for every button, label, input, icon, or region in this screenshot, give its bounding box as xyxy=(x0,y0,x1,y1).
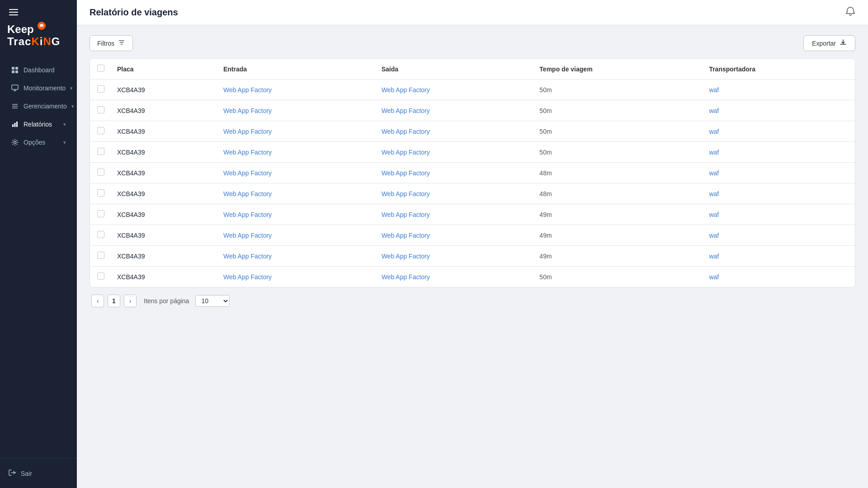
cell-transportadora[interactable]: waf xyxy=(702,142,855,163)
logo-keep: Keep xyxy=(7,23,34,36)
cell-transportadora[interactable]: waf xyxy=(702,246,855,267)
next-page-button[interactable]: › xyxy=(124,295,137,307)
list-icon xyxy=(11,102,19,110)
svg-rect-13 xyxy=(12,124,14,127)
cell-entrada[interactable]: Web App Factory xyxy=(216,225,374,246)
cell-transportadora[interactable]: waf xyxy=(702,183,855,204)
logout-icon xyxy=(8,469,16,478)
svg-rect-6 xyxy=(15,70,18,73)
chevron-down-icon: ▾ xyxy=(71,103,74,109)
cell-transportadora[interactable]: waf xyxy=(702,204,855,225)
sidebar-item-label: Relatórios xyxy=(24,121,52,128)
cell-entrada[interactable]: Web App Factory xyxy=(216,163,374,183)
row-checkbox[interactable] xyxy=(97,210,104,217)
cell-tempo: 49m xyxy=(532,225,702,246)
row-checkbox[interactable] xyxy=(97,189,104,197)
cell-entrada[interactable]: Web App Factory xyxy=(216,246,374,267)
cell-placa: XCB4A39 xyxy=(110,246,216,267)
cell-transportadora[interactable]: waf xyxy=(702,163,855,183)
cell-entrada[interactable]: Web App Factory xyxy=(216,267,374,287)
cell-transportadora[interactable]: waf xyxy=(702,100,855,121)
row-checkbox-cell xyxy=(90,204,110,225)
sidebar-item-opcoes[interactable]: Opções ▾ xyxy=(3,134,74,151)
cell-saida[interactable]: Web App Factory xyxy=(374,267,533,287)
sidebar-item-relatorios[interactable]: Relatórios ▾ xyxy=(3,116,74,133)
cell-transportadora[interactable]: waf xyxy=(702,121,855,142)
cell-saida[interactable]: Web App Factory xyxy=(374,80,533,100)
sidebar-item-label: Dashboard xyxy=(24,66,55,74)
prev-page-button[interactable]: ‹ xyxy=(91,295,104,307)
col-transportadora: Transportadora xyxy=(702,59,855,80)
table-row: XCB4A39 Web App Factory Web App Factory … xyxy=(90,246,855,267)
sidebar-item-label: Gerenciamento xyxy=(24,103,67,110)
sidebar-nav: Dashboard Monitoramento ▾ Gere xyxy=(0,56,77,458)
cell-transportadora[interactable]: waf xyxy=(702,225,855,246)
row-checkbox-cell xyxy=(90,225,110,246)
sidebar-bottom: Sair xyxy=(0,458,77,488)
row-checkbox[interactable] xyxy=(97,127,104,134)
chevron-down-icon: ▾ xyxy=(63,122,66,127)
cell-transportadora[interactable]: waf xyxy=(702,80,855,100)
cell-entrada[interactable]: Web App Factory xyxy=(216,121,374,142)
svg-rect-7 xyxy=(12,85,18,89)
svg-rect-15 xyxy=(16,122,18,127)
cell-entrada[interactable]: Web App Factory xyxy=(216,100,374,121)
cell-saida[interactable]: Web App Factory xyxy=(374,204,533,225)
svg-rect-4 xyxy=(15,67,18,70)
filter-label: Filtros xyxy=(97,40,114,47)
cell-placa: XCB4A39 xyxy=(110,121,216,142)
sidebar-item-gerenciamento[interactable]: Gerenciamento ▾ xyxy=(3,98,74,115)
cell-saida[interactable]: Web App Factory xyxy=(374,121,533,142)
row-checkbox[interactable] xyxy=(97,106,104,113)
notification-bell-icon[interactable] xyxy=(845,6,855,19)
cell-placa: XCB4A39 xyxy=(110,225,216,246)
filter-icon xyxy=(118,39,125,47)
items-per-page-select[interactable]: 102550100 xyxy=(195,295,230,307)
sidebar-item-label: Opções xyxy=(24,139,45,146)
filters-button[interactable]: Filtros xyxy=(90,35,133,51)
sidebar-item-dashboard[interactable]: Dashboard xyxy=(3,61,74,79)
cell-saida[interactable]: Web App Factory xyxy=(374,163,533,183)
col-entrada: Entrada xyxy=(216,59,374,80)
cell-entrada[interactable]: Web App Factory xyxy=(216,204,374,225)
monitor-icon xyxy=(11,84,19,92)
export-button[interactable]: Exportar xyxy=(803,35,855,51)
cell-tempo: 50m xyxy=(532,121,702,142)
page-title: Relatório de viagens xyxy=(90,7,178,18)
cell-saida[interactable]: Web App Factory xyxy=(374,183,533,204)
cell-tempo: 49m xyxy=(532,204,702,225)
cell-saida[interactable]: Web App Factory xyxy=(374,142,533,163)
table-row: XCB4A39 Web App Factory Web App Factory … xyxy=(90,121,855,142)
cell-placa: XCB4A39 xyxy=(110,142,216,163)
row-checkbox[interactable] xyxy=(97,169,104,176)
logo-tracking: TracKiNG xyxy=(7,36,60,47)
row-checkbox-cell xyxy=(90,100,110,121)
cell-saida[interactable]: Web App Factory xyxy=(374,100,533,121)
row-checkbox[interactable] xyxy=(97,85,104,93)
cell-placa: XCB4A39 xyxy=(110,80,216,100)
cell-entrada[interactable]: Web App Factory xyxy=(216,183,374,204)
cell-placa: XCB4A39 xyxy=(110,100,216,121)
cell-entrada[interactable]: Web App Factory xyxy=(216,80,374,100)
table-row: XCB4A39 Web App Factory Web App Factory … xyxy=(90,163,855,183)
row-checkbox[interactable] xyxy=(97,252,104,259)
cell-transportadora[interactable]: waf xyxy=(702,267,855,287)
logout-button[interactable]: Sair xyxy=(8,466,69,481)
sidebar-item-monitoramento[interactable]: Monitoramento ▾ xyxy=(3,80,74,97)
row-checkbox[interactable] xyxy=(97,272,104,280)
table-row: XCB4A39 Web App Factory Web App Factory … xyxy=(90,100,855,121)
row-checkbox-cell xyxy=(90,183,110,204)
cell-saida[interactable]: Web App Factory xyxy=(374,225,533,246)
sidebar-item-label: Monitoramento xyxy=(24,84,66,92)
cell-entrada[interactable]: Web App Factory xyxy=(216,142,374,163)
hamburger-menu[interactable] xyxy=(6,6,71,18)
logout-label: Sair xyxy=(21,470,32,477)
pagination-bar: ‹ 1 › Itens por página 102550100 xyxy=(90,295,855,307)
select-all-checkbox[interactable] xyxy=(97,65,104,72)
bar-chart-icon xyxy=(11,120,19,128)
cell-saida[interactable]: Web App Factory xyxy=(374,246,533,267)
row-checkbox[interactable] xyxy=(97,231,104,238)
svg-rect-3 xyxy=(12,67,14,70)
cell-tempo: 50m xyxy=(532,267,702,287)
row-checkbox[interactable] xyxy=(97,148,104,155)
